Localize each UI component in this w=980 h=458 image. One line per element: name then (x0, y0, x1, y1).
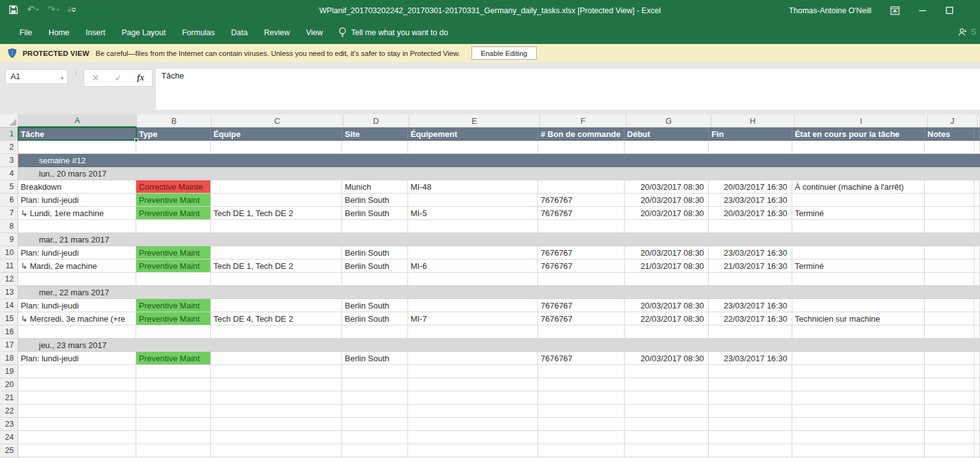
formula-bar-input[interactable]: Tâche (155, 68, 980, 111)
cell-G22[interactable] (625, 405, 709, 418)
cell-D11[interactable]: Berlin South (342, 259, 408, 273)
cell-E18[interactable] (408, 352, 538, 365)
cell-H7[interactable]: 20/03/2017 16:30 (709, 207, 792, 220)
row-header-15[interactable]: 15 (0, 312, 18, 325)
cell-D8[interactable] (342, 220, 408, 233)
cell-E12[interactable] (408, 273, 538, 286)
cell-J1[interactable]: Notes (925, 128, 974, 141)
cell-K16[interactable] (974, 325, 980, 339)
cell-A7[interactable]: ↳ Lundi, 1ere machine (18, 207, 136, 220)
column-header-A[interactable]: A (18, 114, 137, 128)
row-header-17[interactable]: 17 (0, 339, 18, 352)
cell-A5[interactable]: Breakdown (18, 180, 136, 194)
row-header-6[interactable]: 6 (0, 194, 18, 207)
cell-G20[interactable] (625, 378, 709, 391)
cell-H14[interactable]: 23/03/2017 16:30 (709, 299, 792, 312)
cell-H19[interactable] (709, 365, 792, 378)
cell-E15[interactable]: MI-7 (408, 312, 538, 325)
cell-E6[interactable] (408, 194, 538, 207)
cell-E22[interactable] (408, 405, 538, 418)
cell-E25[interactable] (408, 444, 538, 457)
cell-J15[interactable] (925, 312, 974, 325)
row-header-9[interactable]: 9 (0, 233, 18, 246)
tab-file[interactable]: File (11, 23, 40, 42)
cell-E20[interactable] (408, 378, 538, 391)
cell-F6[interactable]: 7676767 (538, 194, 625, 207)
column-header-H[interactable]: H (711, 114, 795, 128)
cell-H10[interactable]: 23/03/2017 16:30 (709, 246, 792, 259)
cell-B22[interactable] (136, 405, 211, 418)
cell-G24[interactable] (625, 431, 709, 444)
cell-F8[interactable] (538, 220, 625, 233)
cell-A23[interactable] (18, 418, 136, 431)
cell-D12[interactable] (342, 273, 408, 286)
cell-F2[interactable] (538, 141, 625, 154)
cell-E1[interactable]: Équipement (408, 128, 538, 141)
cell-B24[interactable] (136, 431, 211, 444)
cell-H20[interactable] (709, 378, 792, 391)
cell-B15[interactable]: Preventive Maint (136, 312, 211, 325)
tell-me-box[interactable]: Tell me what you want to do (331, 27, 448, 38)
cell-E2[interactable] (408, 141, 538, 154)
tab-insert[interactable]: Insert (78, 23, 114, 42)
cell-H24[interactable] (709, 431, 792, 444)
cell-B20[interactable] (136, 378, 211, 391)
cell-J16[interactable] (925, 325, 974, 339)
cell-K14[interactable] (974, 299, 980, 312)
cell-J6[interactable] (925, 194, 974, 207)
cell-E5[interactable]: MI-48 (408, 180, 538, 194)
name-box[interactable]: A1 ▾ (5, 69, 68, 84)
row-header-2[interactable]: 2 (0, 141, 18, 154)
cell-C12[interactable] (211, 273, 342, 286)
row-header-1[interactable]: 1 (0, 128, 18, 141)
ribbon-display-options-icon[interactable] (890, 6, 900, 15)
cell-C19[interactable] (211, 365, 342, 378)
cell-K6[interactable] (974, 194, 980, 207)
cell-K21[interactable] (974, 391, 980, 405)
cell-K8[interactable] (974, 220, 980, 233)
cell-H25[interactable] (709, 444, 792, 457)
cell-J24[interactable] (925, 431, 974, 444)
cell-H11[interactable]: 21/03/2017 16:30 (709, 259, 792, 273)
row-header-18[interactable]: 18 (0, 352, 18, 365)
row-header-3[interactable]: 3 (0, 154, 18, 167)
cell-D23[interactable] (342, 418, 408, 431)
column-header-C[interactable]: C (212, 114, 343, 128)
cell-A14[interactable]: Plan: lundi-jeudi (18, 299, 136, 312)
cell-K25[interactable] (974, 444, 980, 457)
cell-F11[interactable]: 7676767 (538, 259, 625, 273)
cell-F1[interactable]: # Bon de commande (538, 128, 625, 141)
column-header-D[interactable]: D (343, 114, 409, 128)
cell-B7[interactable]: Preventive Maint (136, 207, 211, 220)
cell-K20[interactable] (974, 378, 980, 391)
cell-B10[interactable]: Preventive Maint (136, 246, 211, 259)
cell-B5[interactable]: Corrective Mainte (136, 180, 211, 194)
cell-K11[interactable] (974, 259, 980, 273)
cell-K2[interactable] (974, 141, 980, 154)
cell-H1[interactable]: Fin (709, 128, 792, 141)
cell-J11[interactable] (925, 259, 974, 273)
cell-I8[interactable] (792, 220, 925, 233)
cell-G8[interactable] (625, 220, 709, 233)
cell-J23[interactable] (925, 418, 974, 431)
cell-J18[interactable] (925, 352, 974, 365)
row-header-5[interactable]: 5 (0, 180, 18, 194)
cell-D10[interactable]: Berlin South (342, 246, 408, 259)
cell-J25[interactable] (925, 444, 974, 457)
cell-K7[interactable] (974, 207, 980, 220)
cell-K12[interactable] (974, 273, 980, 286)
cell-G10[interactable]: 20/03/2017 08:30 (625, 246, 709, 259)
cell-F5[interactable] (538, 180, 625, 194)
save-icon[interactable] (9, 5, 18, 14)
cell-I18[interactable] (792, 352, 925, 365)
row-header-12[interactable]: 12 (0, 273, 18, 286)
cell-A19[interactable] (18, 365, 136, 378)
cell-E10[interactable] (408, 246, 538, 259)
customize-quick-access-icon[interactable]: ▵̇ (68, 6, 77, 13)
cell-H21[interactable] (709, 391, 792, 405)
cell-J2[interactable] (925, 141, 974, 154)
cell-A24[interactable] (18, 431, 136, 444)
cell-F22[interactable] (538, 405, 625, 418)
cell-C10[interactable] (211, 246, 342, 259)
cell-K18[interactable] (974, 352, 980, 365)
